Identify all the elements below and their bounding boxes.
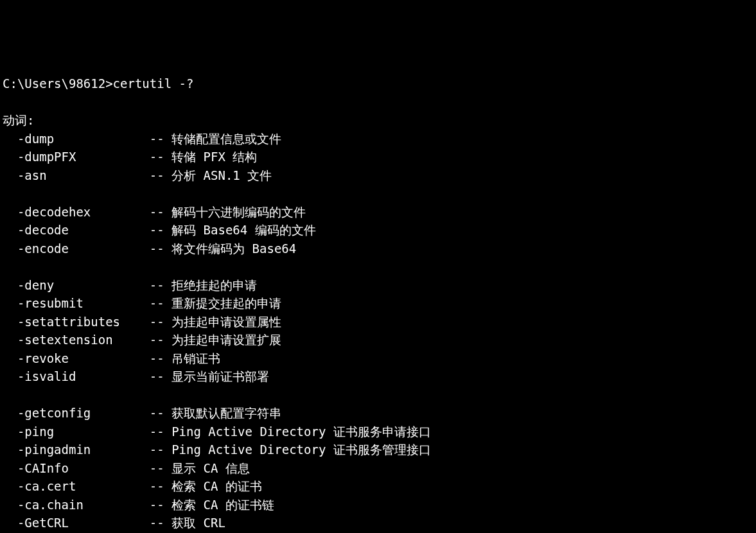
verb-flag: -isvalid: [17, 369, 150, 383]
verb-flag: -revoke: [17, 351, 150, 365]
verb-entry: -CAInfo -- 显示 CA 信息: [3, 459, 753, 478]
verb-separator: --: [150, 168, 171, 182]
verb-separator: --: [150, 461, 171, 475]
verb-separator: --: [150, 278, 171, 292]
verb-description: 显示当前证书部署: [171, 369, 269, 383]
blank-line: [3, 93, 753, 112]
verb-description: 检索 CA 的证书链: [171, 498, 274, 512]
verb-flag: -ca.cert: [17, 479, 150, 493]
command-prompt-line: C:\Users\98612>certutil -?: [3, 74, 753, 93]
verb-flag: -resubmit: [17, 296, 150, 310]
verb-description: 吊销证书: [171, 351, 220, 365]
verb-entry: -decode -- 解码 Base64 编码的文件: [3, 221, 753, 240]
verb-separator: --: [150, 132, 171, 146]
verb-flag: -asn: [17, 168, 150, 182]
verb-flag: -decode: [17, 223, 150, 237]
prompt-path: C:\Users\98612>: [3, 76, 113, 91]
verb-flag: -CAInfo: [17, 461, 150, 475]
verb-separator: --: [150, 442, 171, 457]
verb-flag: -dumpPFX: [17, 150, 150, 164]
verb-entry: -setextension -- 为挂起申请设置扩展: [3, 331, 753, 349]
verb-separator: --: [150, 424, 171, 439]
verb-description: 将文件编码为 Base64: [171, 241, 296, 256]
verb-entry: -ca.chain -- 检索 CA 的证书链: [3, 496, 753, 514]
verb-separator: --: [150, 241, 171, 256]
verb-separator: --: [150, 406, 171, 420]
verb-entry: -resubmit -- 重新提交挂起的申请: [3, 294, 753, 313]
verb-separator: --: [150, 150, 171, 164]
verb-flag: -encode: [17, 241, 150, 256]
blank-line: [3, 184, 753, 203]
verb-separator: --: [150, 516, 171, 530]
verb-description: 为挂起申请设置扩展: [171, 333, 281, 347]
verb-flag: -pingadmin: [17, 442, 150, 457]
blank-line: [3, 386, 753, 405]
verb-entry: -getconfig -- 获取默认配置字符串: [3, 404, 753, 423]
verb-description: 重新提交挂起的申请: [171, 296, 281, 310]
verb-entry: -pingadmin -- Ping Active Directory 证书服务…: [3, 441, 753, 459]
verb-entry: -dumpPFX -- 转储 PFX 结构: [3, 148, 753, 166]
verb-description: 转储配置信息或文件: [171, 132, 281, 146]
verb-separator: --: [150, 351, 171, 365]
verb-description: 解码 Base64 编码的文件: [171, 223, 316, 237]
verb-description: 检索 CA 的证书: [171, 479, 262, 493]
verb-flag: -decodehex: [17, 205, 150, 219]
verbs-header: 动词:: [3, 111, 753, 130]
verb-entry: -setattributes -- 为挂起申请设置属性: [3, 313, 753, 331]
verb-flag: -setattributes: [17, 315, 150, 329]
verb-description: 为挂起申请设置属性: [171, 315, 281, 329]
verb-flag: -getconfig: [17, 406, 150, 420]
verb-description: 解码十六进制编码的文件: [171, 205, 306, 219]
terminal-output[interactable]: C:\Users\98612>certutil -? 动词: -dump -- …: [3, 74, 753, 533]
verb-flag: -deny: [17, 278, 150, 292]
verb-description: 拒绝挂起的申请: [171, 278, 257, 292]
verb-separator: --: [150, 205, 171, 219]
verb-flag: -GetCRL: [17, 516, 150, 530]
verb-entry: -isvalid -- 显示当前证书部署: [3, 367, 753, 386]
verb-entry: -GetCRL -- 获取 CRL: [3, 514, 753, 532]
verb-description: Ping Active Directory 证书服务申请接口: [171, 424, 431, 439]
verb-entry: -ca.cert -- 检索 CA 的证书: [3, 477, 753, 496]
verb-entry: -ping -- Ping Active Directory 证书服务申请接口: [3, 423, 753, 441]
prompt-command: certutil -?: [113, 76, 194, 91]
verb-flag: -dump: [17, 132, 150, 146]
verb-entry: -encode -- 将文件编码为 Base64: [3, 240, 753, 258]
verb-entry: -decodehex -- 解码十六进制编码的文件: [3, 203, 753, 222]
verb-flag: -setextension: [17, 333, 150, 347]
verb-flag: -ca.chain: [17, 498, 150, 512]
verb-entry: -dump -- 转储配置信息或文件: [3, 130, 753, 148]
verb-separator: --: [150, 223, 171, 237]
verb-entry: -revoke -- 吊销证书: [3, 349, 753, 368]
verb-description: 获取默认配置字符串: [171, 406, 281, 420]
verb-flag: -ping: [17, 424, 150, 439]
verb-description: 分析 ASN.1 文件: [171, 168, 272, 182]
verb-separator: --: [150, 333, 171, 347]
verb-separator: --: [150, 315, 171, 329]
verb-description: 转储 PFX 结构: [171, 150, 257, 164]
verb-separator: --: [150, 479, 171, 493]
verb-separator: --: [150, 498, 171, 512]
blank-line: [3, 258, 753, 276]
verb-separator: --: [150, 296, 171, 310]
verb-description: Ping Active Directory 证书服务管理接口: [171, 442, 431, 457]
verb-separator: --: [150, 369, 171, 383]
verb-entry: -deny -- 拒绝挂起的申请: [3, 276, 753, 295]
verb-description: 获取 CRL: [171, 516, 225, 530]
verb-entry: -asn -- 分析 ASN.1 文件: [3, 166, 753, 185]
verb-description: 显示 CA 信息: [171, 461, 250, 475]
